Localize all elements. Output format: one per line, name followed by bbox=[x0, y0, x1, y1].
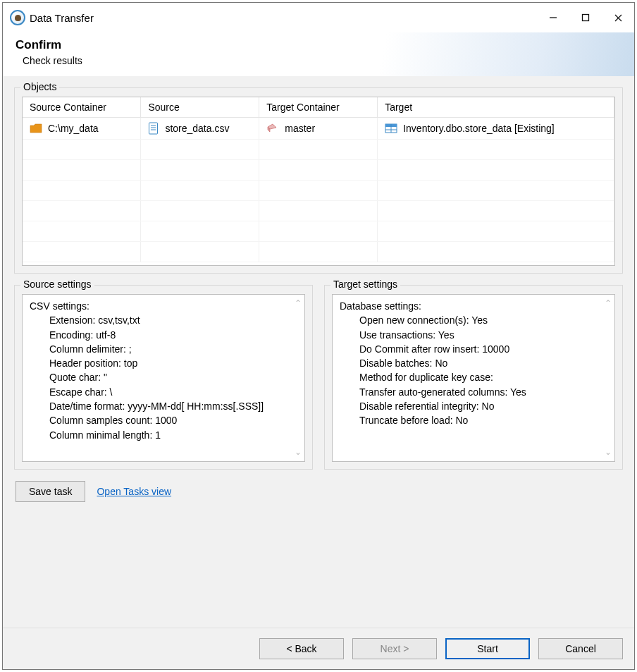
target-settings-label: Target settings bbox=[330, 279, 400, 290]
table-row bbox=[23, 242, 614, 262]
svg-rect-1 bbox=[583, 15, 589, 21]
source-setting-item: Encoding: utf-8 bbox=[30, 328, 297, 342]
target-setting-item: Do Commit after row insert: 10000 bbox=[340, 342, 607, 356]
settings-row: Source settings ⌃ CSV settings: Extensio… bbox=[14, 285, 623, 470]
minimize-icon bbox=[549, 13, 557, 22]
source-setting-item: Extension: csv,tsv,txt bbox=[30, 313, 297, 327]
source-settings-heading: CSV settings: bbox=[30, 299, 297, 313]
objects-group-label: Objects bbox=[20, 81, 59, 92]
window-title: Data Transfer bbox=[25, 12, 537, 24]
task-row: Save task Open Tasks view bbox=[14, 481, 623, 502]
cell-target: Inventory.dbo.store_data [Existing] bbox=[403, 123, 555, 134]
table-header-row: Source Container Source Target Container… bbox=[23, 97, 614, 118]
target-setting-item: Transfer auto-generated columns: Yes bbox=[340, 385, 607, 399]
table-icon bbox=[385, 123, 397, 133]
page-subtitle: Check results bbox=[16, 55, 621, 66]
table-row bbox=[23, 160, 614, 181]
source-setting-item: Header position: top bbox=[30, 356, 297, 370]
svg-rect-4 bbox=[149, 123, 158, 134]
scroll-up-icon[interactable]: ⌃ bbox=[605, 298, 612, 310]
back-button[interactable]: < Back bbox=[259, 638, 344, 659]
table-row bbox=[23, 221, 614, 242]
start-button[interactable]: Start bbox=[445, 638, 530, 659]
objects-table-wrap: Source Container Source Target Container… bbox=[22, 97, 615, 266]
col-target-container[interactable]: Target Container bbox=[259, 97, 378, 118]
source-settings-label: Source settings bbox=[20, 279, 94, 290]
save-task-button[interactable]: Save task bbox=[16, 481, 85, 502]
source-setting-item: Quote char: " bbox=[30, 370, 297, 384]
table-row bbox=[23, 140, 614, 160]
minimize-button[interactable] bbox=[537, 6, 569, 29]
target-settings-group: Target settings ⌃ Database settings: Ope… bbox=[324, 285, 623, 470]
table-row bbox=[23, 181, 614, 201]
target-settings-box[interactable]: ⌃ Database settings: Open new connection… bbox=[332, 294, 615, 462]
table-row bbox=[23, 201, 614, 221]
col-source-container[interactable]: Source Container bbox=[23, 97, 141, 118]
source-setting-item: Column samples count: 1000 bbox=[30, 413, 297, 427]
scroll-down-icon[interactable]: ⌄ bbox=[605, 446, 612, 458]
source-setting-item: Date/time format: yyyy-MM-dd[ HH:mm:ss[.… bbox=[30, 399, 297, 413]
objects-group: Objects Source Container Source Target C… bbox=[14, 87, 623, 274]
footer: < Back Next > Start Cancel bbox=[3, 628, 634, 669]
header: Confirm Check results bbox=[3, 32, 634, 76]
titlebar: Data Transfer bbox=[3, 3, 634, 32]
page-title: Confirm bbox=[16, 38, 621, 52]
cell-source-container: C:\my_data bbox=[48, 123, 99, 134]
target-setting-item: Use transactions: Yes bbox=[340, 328, 607, 342]
file-icon bbox=[148, 122, 159, 135]
source-settings-group: Source settings ⌃ CSV settings: Extensio… bbox=[14, 285, 313, 470]
col-source[interactable]: Source bbox=[141, 97, 259, 118]
target-setting-item: Disable referential integrity: No bbox=[340, 399, 607, 413]
col-target[interactable]: Target bbox=[378, 97, 614, 118]
scroll-down-icon[interactable]: ⌄ bbox=[295, 446, 302, 458]
content: Objects Source Container Source Target C… bbox=[3, 76, 634, 628]
target-setting-item: Open new connection(s): Yes bbox=[340, 313, 607, 327]
close-icon bbox=[614, 13, 623, 23]
close-button[interactable] bbox=[602, 6, 634, 29]
table-row[interactable]: C:\my_data store_data.csv master bbox=[23, 118, 614, 140]
target-settings-heading: Database settings: bbox=[340, 299, 607, 313]
cancel-button[interactable]: Cancel bbox=[538, 638, 623, 659]
target-setting-item: Truncate before load: No bbox=[340, 413, 607, 427]
database-icon bbox=[266, 123, 279, 134]
source-settings-box[interactable]: ⌃ CSV settings: Extension: csv,tsv,txt E… bbox=[22, 294, 305, 462]
source-setting-item: Column delimiter: ; bbox=[30, 342, 297, 356]
next-button[interactable]: Next > bbox=[352, 638, 437, 659]
window: Data Transfer Confirm Check results Obje… bbox=[2, 2, 635, 670]
scroll-up-icon[interactable]: ⌃ bbox=[295, 298, 302, 310]
maximize-icon bbox=[581, 13, 590, 22]
target-setting-item: Method for duplicate key case: bbox=[340, 370, 607, 384]
cell-target-container: master bbox=[285, 123, 315, 134]
open-tasks-link[interactable]: Open Tasks view bbox=[97, 486, 171, 497]
target-setting-item: Disable batches: No bbox=[340, 356, 607, 370]
maximize-button[interactable] bbox=[569, 6, 602, 29]
source-setting-item: Column minimal length: 1 bbox=[30, 428, 297, 442]
cell-source: store_data.csv bbox=[165, 123, 229, 134]
folder-icon bbox=[30, 123, 42, 133]
source-setting-item: Escape char: \ bbox=[30, 385, 297, 399]
objects-table: Source Container Source Target Container… bbox=[23, 97, 614, 262]
window-buttons bbox=[537, 6, 634, 29]
app-icon bbox=[10, 10, 25, 25]
